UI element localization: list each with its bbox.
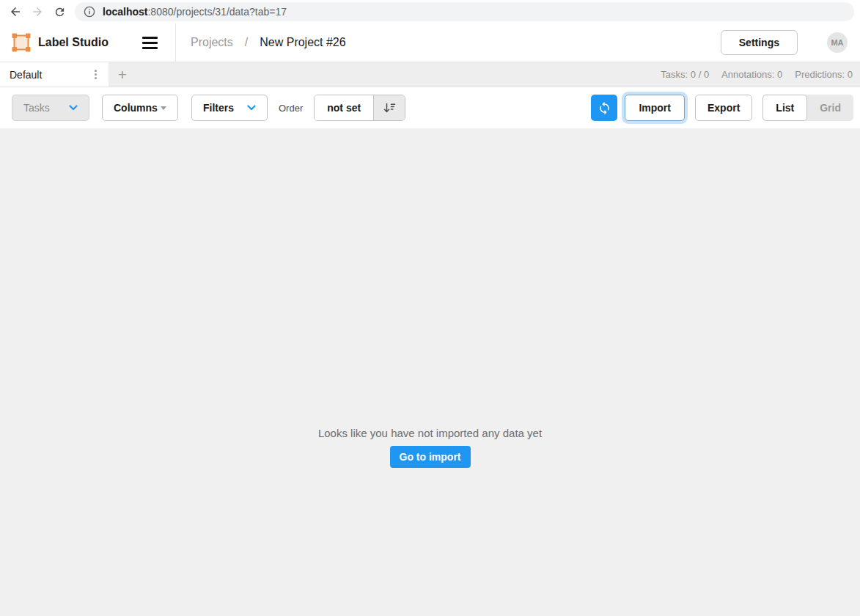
plus-icon: +	[118, 67, 127, 82]
order-control: not set	[314, 95, 405, 121]
page-info-icon[interactable]	[84, 6, 95, 18]
chevron-down-icon	[247, 105, 256, 111]
order-value-button[interactable]: not set	[315, 95, 373, 120]
tasks-dropdown-label: Tasks	[23, 102, 50, 114]
reload-icon	[54, 6, 66, 18]
header-right: Settings MA	[721, 30, 860, 55]
columns-dropdown-label: Columns	[114, 102, 158, 114]
breadcrumb: Projects / New Project #26	[191, 36, 346, 49]
toolbar: Tasks Columns Filters Order not set	[0, 87, 860, 128]
brand[interactable]: Label Studio	[12, 33, 109, 52]
avatar[interactable]: MA	[827, 32, 848, 53]
url-host: localhost	[103, 6, 147, 18]
browser-forward-button[interactable]	[26, 1, 48, 22]
back-arrow-icon	[9, 5, 22, 18]
export-button[interactable]: Export	[695, 95, 752, 121]
header-left: Label Studio	[0, 23, 176, 62]
hamburger-menu-icon[interactable]	[139, 34, 161, 52]
main-content: Looks like you have not imported any dat…	[0, 128, 860, 616]
view-grid-button[interactable]: Grid	[807, 95, 853, 121]
tab-default-label: Default	[10, 69, 42, 81]
url-text: localhost:8080/projects/31/data?tab=17	[103, 6, 287, 18]
add-tab-button[interactable]: +	[109, 62, 136, 87]
label-studio-logo-icon	[12, 33, 31, 52]
triangle-down-icon	[161, 106, 166, 110]
chevron-down-icon	[69, 105, 78, 111]
tab-default[interactable]: Default	[0, 62, 109, 87]
app-header: Label Studio Projects / New Project #26 …	[0, 23, 860, 62]
filters-dropdown-label: Filters	[203, 102, 234, 114]
sort-direction-button[interactable]	[373, 95, 405, 120]
url-path: :8080/projects/31/data?tab=17	[147, 6, 287, 18]
filters-dropdown[interactable]: Filters	[191, 95, 268, 121]
tasks-dropdown[interactable]: Tasks	[12, 95, 89, 121]
tasks-count: Tasks: 0 / 0	[661, 69, 709, 80]
browser-back-button[interactable]	[4, 1, 26, 22]
refresh-button[interactable]	[591, 95, 617, 121]
empty-state-message: Looks like you have not imported any dat…	[318, 426, 542, 441]
app-name: Label Studio	[38, 36, 109, 49]
refresh-sync-icon	[598, 101, 611, 115]
forward-arrow-icon	[31, 5, 44, 18]
import-button[interactable]: Import	[625, 95, 685, 121]
columns-dropdown[interactable]: Columns	[102, 95, 178, 121]
browser-chrome: localhost:8080/projects/31/data?tab=17	[0, 0, 860, 23]
go-to-import-button[interactable]: Go to import	[390, 446, 471, 468]
tab-bar: Default + Tasks: 0 / 0 Annotations: 0 Pr…	[0, 62, 860, 87]
page-title: New Project #26	[260, 36, 345, 49]
screen: localhost:8080/projects/31/data?tab=17 L…	[0, 0, 860, 616]
tab-options-kebab-icon[interactable]	[91, 67, 100, 81]
settings-button[interactable]: Settings	[721, 30, 798, 55]
view-list-button[interactable]: List	[762, 95, 807, 121]
sort-descending-icon	[383, 102, 396, 114]
tab-stats: Tasks: 0 / 0 Annotations: 0 Predictions:…	[661, 62, 860, 87]
url-bar[interactable]: localhost:8080/projects/31/data?tab=17	[75, 2, 854, 21]
annotations-count: Annotations: 0	[721, 69, 782, 80]
browser-reload-button[interactable]	[48, 1, 70, 22]
breadcrumb-projects-link[interactable]: Projects	[191, 36, 233, 49]
breadcrumb-separator: /	[245, 36, 248, 49]
order-label: Order	[279, 103, 303, 114]
predictions-count: Predictions: 0	[795, 69, 853, 80]
view-toggle: List Grid	[762, 95, 853, 121]
